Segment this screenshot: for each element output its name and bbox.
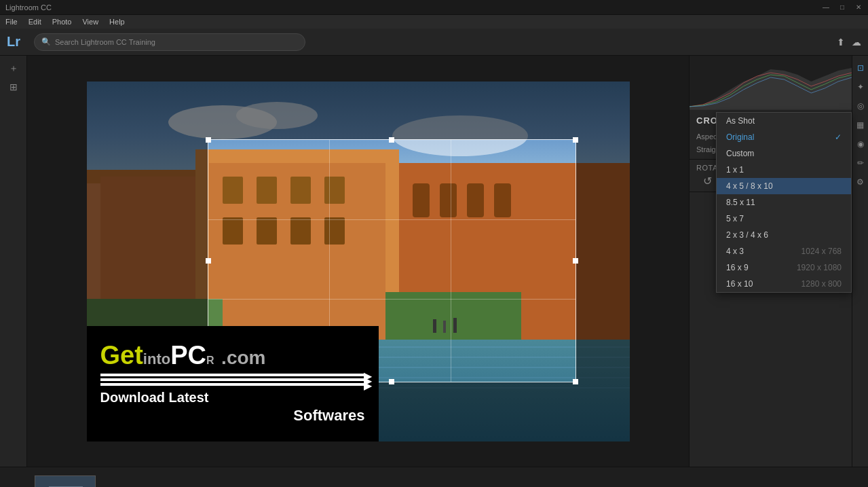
menu-help[interactable]: Help (109, 18, 125, 26)
app-title: Lightroom CC (5, 3, 52, 12)
svg-rect-32 (453, 318, 457, 333)
wm-get: Get (100, 341, 143, 369)
svg-rect-20 (467, 183, 484, 217)
filmstrip: ⊞ ⚙ (0, 467, 868, 487)
menu-photo[interactable]: Photo (52, 18, 72, 26)
checkmark-icon: ✓ (835, 132, 842, 142)
wm-title: GetintoPCR .com (100, 342, 365, 368)
dropdown-item-4x5[interactable]: 4 x 5 / 8 x 10 (717, 178, 851, 194)
wm-line-1 (100, 374, 365, 376)
dropdown-label-1x1: 1 x 1 (726, 165, 744, 175)
window-controls[interactable]: — □ ✕ (822, 3, 863, 12)
upload-icon[interactable]: ⬆ (837, 37, 845, 48)
wm-com: .com (221, 347, 265, 368)
red-eye-icon[interactable]: ◎ (855, 99, 866, 113)
dropdown-item-16x9[interactable]: 16 x 9 1920 x 1080 (717, 259, 851, 276)
menu-bar: File Edit Photo View Help (0, 15, 868, 29)
dropdown-item-16x10[interactable]: 16 x 10 1280 x 800 (717, 276, 851, 292)
search-icon: 🔍 (41, 37, 51, 46)
wm-pc: PC (170, 341, 206, 369)
title-bar-left: Lightroom CC (5, 3, 52, 12)
svg-rect-14 (257, 217, 277, 245)
svg-rect-16 (324, 217, 345, 245)
svg-rect-10 (257, 177, 277, 204)
dropdown-label-custom: Custom (726, 149, 754, 158)
svg-rect-9 (223, 177, 243, 204)
wm-r: R (206, 355, 214, 366)
dropdown-item-custom[interactable]: Custom (717, 145, 851, 162)
top-toolbar: Lr 🔍 Search Lightroom CC Training ⬆ ☁ (0, 29, 868, 56)
svg-rect-15 (290, 217, 311, 245)
dropdown-label-8.5x11: 8.5 x 11 (726, 198, 755, 207)
wm-subtitle2: Softwares (100, 407, 365, 425)
histogram-chart (690, 56, 852, 110)
wm-into: into (143, 350, 170, 367)
dropdown-resolution-16x10: 1280 x 800 (801, 279, 842, 289)
dropdown-label-5x7: 5 x 7 (726, 214, 744, 223)
grid-icon[interactable]: ⊞ (10, 82, 18, 92)
svg-rect-12 (324, 177, 345, 204)
add-icon[interactable]: ＋ (9, 62, 18, 75)
toolbar-right: ⬆ ☁ (837, 37, 861, 48)
dropdown-resolution-16x9: 1920 x 1080 (797, 263, 842, 272)
left-panel: ＋ ⊞ (0, 56, 27, 467)
wm-line-3 (100, 383, 365, 386)
svg-rect-11 (290, 177, 311, 204)
wm-line-2 (100, 378, 365, 381)
menu-view[interactable]: View (82, 18, 98, 26)
aspect-dropdown-menu[interactable]: As Shot Original ✓ Custom 1 x 1 4 x 5 / … (716, 112, 852, 293)
heal-icon[interactable]: ✦ (855, 80, 866, 94)
minimize-button[interactable]: — (822, 3, 830, 12)
svg-rect-13 (223, 217, 243, 245)
svg-rect-19 (440, 183, 457, 217)
rotate-left-icon[interactable]: ↺ (703, 175, 712, 187)
svg-rect-31 (443, 321, 446, 333)
dropdown-item-2x3[interactable]: 2 x 3 / 4 x 6 (717, 227, 851, 243)
crop-dim-top (87, 82, 630, 139)
dropdown-item-5x7[interactable]: 5 x 7 (717, 211, 851, 227)
svg-rect-30 (433, 319, 436, 333)
lr-logo: Lr (7, 34, 20, 50)
maximize-button[interactable]: □ (838, 3, 846, 12)
photo-container: GetintoPCR .com Download Latest Software… (87, 82, 630, 441)
search-placeholder: Search Lightroom CC Training (55, 38, 155, 46)
filter-icon[interactable]: ▦ (854, 118, 866, 132)
histogram-area (690, 56, 852, 110)
dropdown-label-16x10: 16 x 10 (726, 279, 753, 289)
svg-rect-34 (35, 476, 96, 487)
svg-marker-33 (690, 68, 852, 110)
dropdown-item-8.5x11[interactable]: 8.5 x 11 (717, 194, 851, 211)
crop-dim-right (576, 139, 630, 382)
crop-tool-icon[interactable]: ⊡ (855, 61, 866, 75)
svg-rect-21 (494, 183, 511, 217)
dropdown-item-as-shot[interactable]: As Shot (717, 113, 851, 129)
dropdown-label-16x9: 16 x 9 (726, 263, 749, 272)
dropdown-item-4x3[interactable]: 4 x 3 1024 x 768 (717, 243, 851, 259)
svg-rect-18 (413, 183, 430, 217)
menu-file[interactable]: File (5, 18, 18, 26)
dropdown-label-original: Original (726, 132, 754, 142)
watermark: GetintoPCR .com Download Latest Software… (87, 326, 379, 441)
search-bar[interactable]: 🔍 Search Lightroom CC Training (34, 33, 305, 51)
close-button[interactable]: ✕ (854, 3, 863, 12)
dropdown-item-1x1[interactable]: 1 x 1 (717, 162, 851, 178)
wm-subtitle: Download Latest (100, 390, 365, 405)
film-thumb-image (35, 476, 95, 487)
dropdown-label-2x3: 2 x 3 / 4 x 6 (726, 230, 768, 240)
title-bar: Lightroom CC — □ ✕ (0, 0, 868, 15)
menu-edit[interactable]: Edit (29, 18, 41, 26)
film-thumbnail[interactable] (35, 475, 96, 487)
right-toolbar: ⊡ ✦ ◎ ▦ ◉ ✏ ⚙ (852, 56, 868, 467)
dropdown-label-as-shot: As Shot (726, 116, 755, 126)
cloud-icon[interactable]: ☁ (852, 37, 861, 48)
dropdown-resolution-4x3: 1024 x 768 (801, 247, 842, 256)
dropdown-label-4x5: 4 x 5 / 8 x 10 (726, 181, 773, 191)
image-area: GetintoPCR .com Download Latest Software… (27, 56, 689, 467)
dropdown-label-4x3: 4 x 3 (726, 247, 744, 256)
wm-lines (100, 374, 365, 386)
settings-icon[interactable]: ⚙ (854, 175, 866, 189)
dropdown-item-original[interactable]: Original ✓ (717, 129, 851, 145)
radial-icon[interactable]: ◉ (855, 137, 866, 151)
brush-icon[interactable]: ✏ (855, 156, 866, 170)
